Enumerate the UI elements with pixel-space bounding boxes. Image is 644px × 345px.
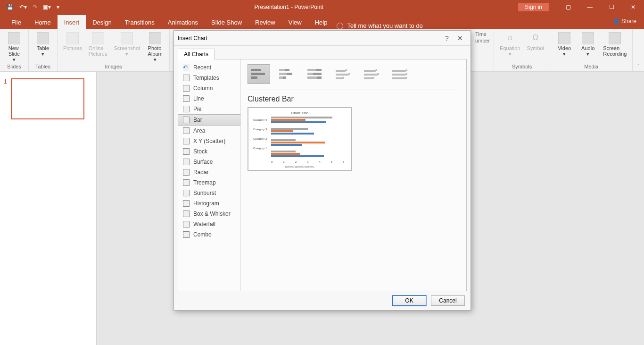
subtype-3d-100pct-stacked-bar[interactable] [389, 64, 412, 84]
tab-animations[interactable]: Animations [161, 15, 205, 29]
online-pictures-button[interactable]: Online Pictures [87, 31, 109, 64]
subtype-title: Clustered Bar [248, 95, 460, 103]
share-button[interactable]: 👤 Share [613, 18, 636, 25]
minimize-icon[interactable]: — [579, 4, 601, 10]
screen-recording-button[interactable]: Screen Recording [601, 31, 628, 58]
cat-histogram[interactable]: Histogram [178, 198, 240, 209]
cat-boxwhisker[interactable]: Box & Whisker [178, 209, 240, 219]
tab-insert[interactable]: Insert [58, 15, 86, 29]
chart-subtype-panel: Clustered Bar Chart Title Category 4 Cat… [241, 59, 466, 291]
redo-icon[interactable]: ↷ [33, 4, 37, 10]
tell-me-label: Tell me what you want to do [347, 22, 422, 29]
subtype-3d-stacked-bar[interactable] [361, 64, 383, 84]
tab-slideshow[interactable]: Slide Show [205, 15, 248, 29]
preview-bars [271, 117, 347, 162]
cat-recent[interactable]: ↶Recent [178, 62, 240, 73]
cat-pie[interactable]: Pie [178, 104, 240, 114]
preview-x-axis: 0123456 [271, 160, 344, 163]
svg-rect-10 [316, 69, 322, 71]
ok-button[interactable]: OK [392, 295, 426, 306]
subtype-100pct-stacked-bar[interactable] [304, 64, 327, 84]
preview-legend: ■Series3 ■Series2 ■Series1 [248, 165, 351, 168]
title-bar: 💾 ↶▾ ↷ ▣▾ ▾ Presentation1 - PowerPoint S… [0, 0, 644, 14]
svg-rect-1 [251, 73, 265, 75]
symbol-button[interactable]: ΩSymbol [525, 31, 546, 58]
group-symbols: πEquation▾ ΩSymbol Symbols [494, 29, 550, 71]
chart-preview[interactable]: Chart Title Category 4 Category 3 Catego… [248, 107, 352, 171]
svg-rect-6 [287, 73, 292, 75]
quick-access-toolbar: 💾 ↶▾ ↷ ▣▾ ▾ [0, 4, 59, 10]
new-slide-button[interactable]: New Slide▾ [4, 31, 25, 64]
tab-file[interactable]: File [5, 15, 28, 29]
qat-customize-icon[interactable]: ▾ [57, 4, 59, 10]
cat-bar[interactable]: Bar [178, 114, 240, 126]
group-media: Video▾ Audio▾ Screen Recording Media [550, 29, 633, 71]
cat-line[interactable]: Line [178, 93, 240, 104]
dialog-body: ↶Recent Templates Column Line Pie Bar Ar… [178, 59, 467, 291]
cat-stock[interactable]: Stock [178, 146, 240, 157]
subtype-clustered-bar[interactable] [248, 64, 270, 84]
cat-treemap[interactable]: Treemap [178, 177, 240, 188]
insert-chart-dialog: Insert Chart ? ✕ All Charts ↶Recent Temp… [173, 30, 471, 311]
undo-icon[interactable]: ↶▾ [19, 4, 27, 10]
preview-title: Chart Title [251, 111, 348, 115]
tab-view[interactable]: View [282, 15, 308, 29]
time-label-partial: Time [475, 31, 490, 37]
tab-home[interactable]: Home [28, 15, 58, 29]
equation-button[interactable]: πEquation▾ [498, 31, 522, 58]
group-text-partial: Time umber [471, 29, 494, 71]
number-label-partial: umber [475, 38, 490, 43]
cat-surface[interactable]: Surface [178, 157, 240, 167]
photo-album-button[interactable]: Photo Album▾ [145, 31, 165, 64]
subtype-3d-clustered-bar[interactable] [332, 64, 355, 84]
subtype-stacked-bar[interactable] [276, 64, 298, 84]
group-tables-label: Tables [33, 64, 53, 70]
ribbon-options-icon[interactable]: ▢ [557, 4, 579, 10]
svg-rect-12 [313, 73, 322, 75]
pictures-button[interactable]: Pictures [61, 31, 84, 64]
tab-design[interactable]: Design [86, 15, 118, 29]
svg-rect-0 [251, 69, 261, 71]
cancel-button[interactable]: Cancel [431, 295, 465, 306]
dialog-tab-all-charts[interactable]: All Charts [178, 49, 215, 59]
dialog-help-icon[interactable]: ? [440, 34, 454, 42]
cat-radar[interactable]: Radar [178, 167, 240, 177]
group-images-label: Images [61, 64, 165, 70]
table-button[interactable]: Table▾ [33, 31, 53, 58]
cat-combo[interactable]: Combo [178, 229, 240, 240]
save-icon[interactable]: 💾 [7, 4, 14, 10]
sign-in-button[interactable]: Sign in [518, 3, 549, 11]
collapse-ribbon-icon[interactable]: ˆ [633, 62, 644, 71]
start-slideshow-icon[interactable]: ▣▾ [43, 4, 51, 10]
cat-area[interactable]: Area [178, 126, 240, 136]
cat-sunburst[interactable]: Sunburst [178, 188, 240, 198]
group-images: Pictures Online Pictures Screenshot▾ Pho… [58, 29, 170, 71]
cat-templates[interactable]: Templates [178, 73, 240, 83]
screenshot-button[interactable]: Screenshot▾ [112, 31, 142, 64]
svg-rect-4 [285, 69, 289, 71]
group-slides-label: Slides [4, 64, 25, 70]
close-icon[interactable]: ✕ [622, 4, 644, 10]
audio-button[interactable]: Audio▾ [578, 31, 598, 58]
tab-transitions[interactable]: Transitions [118, 15, 161, 29]
group-tables: Table▾ Tables [29, 29, 58, 71]
cat-column[interactable]: Column [178, 83, 240, 93]
slide-number: 1 [4, 78, 7, 119]
cat-waterfall[interactable]: Waterfall [178, 219, 240, 229]
slide-thumbnail-1[interactable] [11, 78, 84, 119]
dialog-title: Insert Chart [178, 35, 207, 42]
cat-scatter[interactable]: X Y (Scatter) [178, 136, 240, 146]
maximize-icon[interactable]: ☐ [601, 4, 622, 10]
tab-review[interactable]: Review [248, 15, 282, 29]
bulb-icon [337, 23, 343, 29]
group-slides: New Slide▾ Slides [0, 29, 29, 71]
group-symbols-label: Symbols [498, 64, 546, 70]
video-button[interactable]: Video▾ [554, 31, 575, 58]
tell-me-search[interactable]: Tell me what you want to do [337, 22, 422, 29]
slide-thumbnails-panel: 1 [0, 72, 97, 345]
dialog-close-icon[interactable]: ✕ [454, 34, 467, 42]
tab-help[interactable]: Help [308, 15, 334, 29]
group-media-label: Media [554, 64, 628, 70]
app-title: Presentation1 - PowerPoint [59, 4, 518, 10]
svg-rect-8 [283, 76, 286, 79]
